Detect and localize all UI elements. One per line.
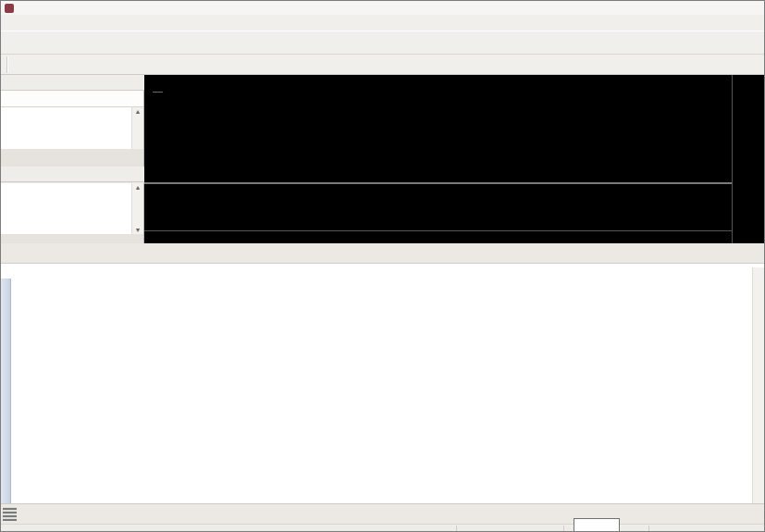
menu-bar <box>1 15 764 31</box>
terminal-tab-bar <box>1 503 764 524</box>
time-axis <box>144 230 732 243</box>
navigator-header <box>1 167 144 182</box>
chart-window[interactable]: ┈┈ <box>144 75 765 243</box>
market-watch-header <box>1 75 144 91</box>
tooltip-partial <box>574 518 620 532</box>
candlestick-chart[interactable] <box>144 75 732 182</box>
status-bar <box>1 524 764 532</box>
chart-crosshair-info: ┈┈ <box>148 88 165 97</box>
mt4-window: ▲▼ ▲▼ ┈┈ <box>0 0 765 532</box>
market-watch-columns <box>1 91 143 107</box>
terminal-scrollbar[interactable] <box>752 267 764 503</box>
grid-icon <box>3 507 17 521</box>
chart-tab-bar <box>1 243 764 264</box>
app-logo-icon <box>5 4 14 13</box>
market-watch-tabs <box>1 149 144 167</box>
main-toolbar <box>1 31 764 55</box>
title-bar <box>1 1 764 15</box>
exposure-subwindow <box>144 182 732 230</box>
price-axis <box>732 75 765 243</box>
terminal-panel <box>1 264 764 503</box>
navigator-scrollbar[interactable]: ▲▼ <box>131 183 143 234</box>
navigator-panel: ▲▼ <box>1 183 144 234</box>
tools-toolbar <box>1 55 764 75</box>
terminal-edge-strip <box>1 278 11 503</box>
chart-tab-scrollers[interactable] <box>753 259 764 263</box>
